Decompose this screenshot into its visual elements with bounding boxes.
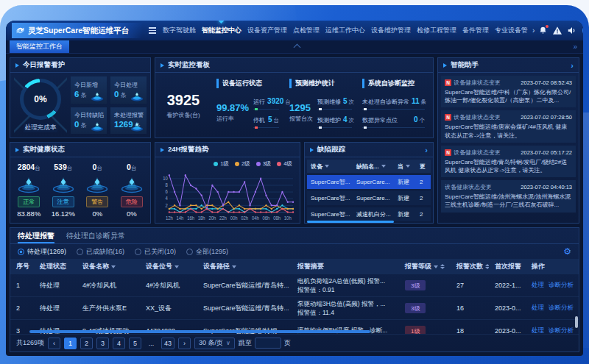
diagnose-link[interactable]: 诊断分析 — [549, 304, 574, 313]
page-button[interactable]: 1 — [64, 338, 77, 349]
assistant-message[interactable]: 设备健康状态变更 2023-07-02 04:40:13 SuperCare智能… — [441, 180, 576, 212]
handle-link[interactable]: 处理 — [532, 281, 544, 290]
nav-menu-item[interactable]: 备件管理 — [462, 24, 489, 37]
filter-icon[interactable] — [232, 265, 236, 268]
filter-radio[interactable]: 已关闭(10) — [135, 247, 176, 257]
svg-text:22h: 22h — [219, 215, 227, 220]
alarm-row[interactable]: 1 待处理 4#冷却风机 4#冷却风机 SuperCare智能运维/青岛特...… — [10, 274, 579, 297]
page-button[interactable]: 3 — [96, 338, 109, 349]
assistant-message[interactable]: N 设备健康状态变更 2023-07-02 07:28:50 SuperCare… — [441, 110, 576, 142]
nav-menu-item[interactable]: 设备资产管理 — [247, 24, 287, 37]
nav-menu-item[interactable]: 设备维护管理 — [371, 24, 411, 37]
page-button[interactable]: 5 — [129, 338, 141, 349]
nav-menu-item[interactable]: 专业设备管 — [495, 24, 528, 37]
stat-card[interactable]: 今日处理 0条 — [110, 76, 147, 104]
page-button[interactable]: 4 — [113, 338, 125, 349]
next-page-button[interactable]: › — [178, 338, 191, 349]
workspace-tab[interactable]: 智能监控工作台 — [10, 40, 69, 53]
message-body: SuperCare智能运维/中科（广东）炼化有限公司/炼油一部/催化裂化装置/（… — [445, 88, 572, 104]
alarm-tab[interactable]: 待处理自诊断异常 — [66, 228, 125, 243]
defect-row[interactable]: SuperCare智... 减速机白分... 新建 2 — [307, 207, 431, 221]
health-column[interactable]: 2804台 正常 83.88% — [12, 160, 46, 220]
nav-menu-item[interactable]: 运维工作中心 — [325, 24, 365, 37]
diagnose-link[interactable]: 诊断分析 — [549, 281, 574, 290]
hamburger-icon[interactable] — [149, 27, 156, 34]
filter-icon[interactable] — [406, 165, 410, 168]
chevron-down-icon: ∨ — [226, 340, 230, 346]
handle-link[interactable]: 处理 — [532, 326, 544, 334]
filter-icon[interactable] — [381, 165, 386, 168]
health-column[interactable]: 539台 注意 16.12% — [46, 160, 81, 220]
health-column[interactable]: 0台 危险 0% — [115, 160, 149, 220]
horizontal-scrollbar[interactable] — [307, 221, 394, 223]
filter-icon[interactable] — [325, 165, 329, 168]
health-percent: 0% — [92, 210, 102, 218]
alarm-row[interactable]: 2 待处理 生产外供水泵E XX_设备 SuperCare智能运维/青岛特...… — [10, 297, 579, 320]
nav-menu-item[interactable]: 智能监控中心 — [202, 24, 241, 37]
defect-rows: SuperCare智... SuperCare... 新建 2 SuperCar… — [307, 175, 431, 221]
nav-overflow-icon[interactable]: › — [532, 26, 535, 35]
completion-gauge: 0% 处理完成率 — [14, 76, 67, 134]
stat-card[interactable]: 今日转缺陷 0条 — [71, 107, 107, 135]
collapse-chevron-icon[interactable] — [294, 44, 301, 51]
assistant-message[interactable]: N 设备健康状态变更 2023-07-02 08:52:43 SuperCare… — [441, 76, 576, 107]
legend-item[interactable]: 3级 — [256, 160, 272, 168]
today-stats: 今日新增 6条 今日处理 0条 — [71, 76, 147, 134]
filter-radio[interactable]: 待处理(1269) — [18, 247, 66, 257]
bell-icon[interactable] — [539, 26, 547, 35]
news-icon: N — [445, 149, 451, 156]
panel-title: 实时健康状态 — [23, 145, 65, 154]
expand-icon[interactable]: » — [573, 43, 577, 51]
page-size-select[interactable]: 30 条/页∨ — [194, 338, 235, 349]
vertical-scrollbar[interactable] — [575, 316, 578, 328]
page-button[interactable]: ... — [145, 338, 158, 349]
panel-alarm-trend: 24H报警趋势 1级 2级 3级 — [155, 142, 300, 224]
alert-triangle-icon[interactable] — [553, 26, 562, 35]
radio-icon — [186, 249, 193, 255]
speaker-icon[interactable] — [568, 26, 576, 35]
diagnose-link[interactable]: 诊断分析 — [549, 326, 574, 334]
panel-arrow-icon — [161, 148, 164, 152]
alarm-filters: 待处理(1269) 已成缺陷(16) 已关闭(10) 全部(1295) ⚙ — [10, 244, 579, 259]
jump-page-input[interactable] — [255, 338, 281, 349]
level-badge: 1级 — [405, 326, 426, 334]
alarm-tab[interactable]: 待处理报警 — [18, 228, 54, 243]
page-button[interactable]: 2 — [80, 338, 93, 349]
nav-menu-item[interactable]: 检修工程管理 — [417, 24, 456, 37]
more-arrow-icon[interactable]: › — [571, 61, 574, 70]
page-button[interactable]: 43 — [161, 338, 174, 349]
level-badge: 3级 — [405, 303, 426, 313]
stat-card[interactable]: 未处理报警 1269条 — [110, 107, 147, 135]
gear-icon[interactable]: ⚙ — [563, 247, 571, 256]
filter-icon[interactable] — [111, 265, 116, 268]
assistant-message[interactable]: N 设备健康状态变更 2023-07-02 05:17:22 SuperCare… — [441, 146, 576, 177]
prev-page-button[interactable]: ‹ — [48, 338, 60, 349]
legend-item[interactable]: 2级 — [235, 160, 250, 168]
filter-icon[interactable] — [174, 265, 179, 268]
filter-radio[interactable]: 全部(1295) — [186, 247, 228, 257]
legend-dot-icon — [256, 162, 261, 166]
health-badge: 正常 — [18, 196, 40, 207]
radio-icon — [135, 249, 141, 255]
legend-item[interactable]: 1级 — [214, 160, 229, 168]
health-column[interactable]: 0台 警告 0% — [80, 160, 115, 220]
nav-menu-item[interactable]: 点检管理 — [293, 24, 320, 37]
section-run-status: 设备运行状态 99.87%运行率 运行3920台 停机5台 — [211, 77, 284, 133]
defect-row[interactable]: SuperCare智... SuperCare... 新建 2 — [307, 175, 431, 189]
legend-dot-icon — [214, 162, 218, 166]
legend-item[interactable]: 4级 — [277, 160, 292, 168]
panel-alarm-center: 待处理报警 待处理自诊断异常 待处理(1269) 已成缺陷(16) 已关闭(10… — [10, 227, 579, 352]
sort-icon[interactable] — [440, 264, 445, 269]
nav-menu-item[interactable]: 数字驾驶舱 — [163, 24, 196, 37]
svg-text:04h: 04h — [252, 215, 259, 220]
message-body: SuperCare智能运维/青岛特钢/发电厂/烧结2#送风机 健康状态从正常->… — [445, 158, 572, 174]
filter-icon[interactable] — [434, 265, 438, 268]
defect-row[interactable]: SuperCare智... SuperCare... 新建 2 — [307, 191, 431, 205]
svg-text:20h: 20h — [208, 215, 216, 220]
panel-realtime-board: 实时监控看板 3925 看护设备(台) 设备运行状态 99.87%运行率 — [155, 57, 434, 138]
stat-card[interactable]: 今日新增 6条 — [71, 76, 107, 104]
more-arrow-icon[interactable]: › — [425, 146, 428, 154]
horizontal-scrollbar[interactable] — [29, 330, 370, 333]
filter-radio[interactable]: 已成缺陷(16) — [77, 247, 124, 257]
handle-link[interactable]: 处理 — [532, 304, 544, 313]
